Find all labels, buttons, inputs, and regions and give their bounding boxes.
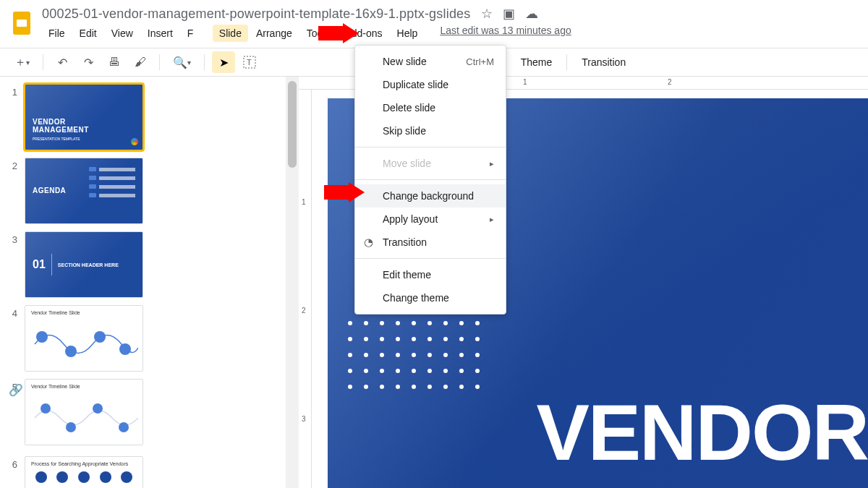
print-button[interactable]: 🖶 bbox=[103, 51, 126, 73]
annotation-arrow-slide-menu bbox=[318, 23, 359, 43]
thumb-number: 1 bbox=[7, 84, 25, 98]
cloud-status-icon[interactable]: ☁ bbox=[525, 6, 538, 22]
menu-skip-slide[interactable]: Skip slide bbox=[355, 119, 506, 142]
redo-button[interactable]: ↷ bbox=[77, 51, 100, 73]
menu-duplicate-slide[interactable]: Duplicate slide bbox=[355, 73, 506, 96]
new-slide-button[interactable]: ＋ ▾ bbox=[9, 51, 35, 73]
menu-change-theme[interactable]: Change theme bbox=[355, 286, 506, 309]
menu-arrange[interactable]: Arrange bbox=[250, 25, 299, 42]
svg-point-7 bbox=[119, 343, 131, 355]
header: 00025-01-vendor-management-powerpoint-te… bbox=[0, 0, 868, 42]
menu-edit-theme[interactable]: Edit theme bbox=[355, 263, 506, 286]
zoom-button[interactable]: 🔍 ▾ bbox=[167, 51, 197, 73]
thumb-subtitle: PRESENTATION TEMPLATE bbox=[33, 137, 80, 141]
timeline-graphic bbox=[31, 326, 138, 362]
menu-file[interactable]: File bbox=[42, 25, 72, 42]
svg-point-10 bbox=[93, 403, 103, 414]
thumb-number: 3 bbox=[7, 231, 25, 245]
menu-new-slide[interactable]: New slideCtrl+M bbox=[355, 50, 506, 73]
paint-format-button[interactable]: 🖌 bbox=[129, 51, 152, 73]
svg-point-5 bbox=[65, 346, 77, 357]
process-graphic bbox=[25, 471, 142, 483]
svg-point-4 bbox=[36, 331, 48, 343]
svg-rect-1 bbox=[17, 20, 27, 27]
slides-logo[interactable] bbox=[7, 9, 36, 38]
filmstrip: 1 VENDOR MANAGEMENT PRESENTATION TEMPLAT… bbox=[0, 77, 286, 488]
svg-marker-13 bbox=[324, 182, 365, 202]
slide-title: VENDOR bbox=[536, 386, 868, 478]
svg-point-8 bbox=[41, 403, 51, 414]
undo-button[interactable]: ↶ bbox=[51, 51, 74, 73]
menu-transition[interactable]: ◔ Transition bbox=[355, 231, 506, 254]
thumb-label: Vendor Timeline Slide bbox=[31, 310, 80, 315]
slide-menu-dropdown: New slideCtrl+M Duplicate slide Delete s… bbox=[354, 45, 506, 314]
section-header: SECTION HEADER HERE bbox=[58, 262, 119, 267]
select-tool-button[interactable]: ➤ bbox=[212, 51, 235, 73]
thumb-label: Vendor Timeline Slide bbox=[31, 384, 80, 389]
svg-marker-12 bbox=[318, 23, 359, 43]
thumb-slide-1[interactable]: VENDOR MANAGEMENT PRESENTATION TEMPLATE bbox=[25, 84, 143, 150]
menu-delete-slide[interactable]: Delete slide bbox=[355, 96, 506, 119]
move-icon[interactable]: ▣ bbox=[503, 6, 515, 22]
timeline-graphic bbox=[31, 400, 138, 436]
thumb-slide-2[interactable]: AGENDA bbox=[25, 158, 143, 224]
thumb-slide-3[interactable]: 01 SECTION HEADER HERE bbox=[25, 231, 143, 298]
scrollbar-thumb[interactable] bbox=[288, 81, 297, 168]
thumb-label: Process for Searching Appropriate Vendor… bbox=[31, 461, 128, 466]
menu-help[interactable]: Help bbox=[391, 25, 425, 42]
thumb-number: 4 bbox=[7, 305, 25, 319]
star-icon[interactable]: ☆ bbox=[481, 6, 493, 22]
svg-text:T: T bbox=[247, 58, 252, 67]
filmstrip-scrollbar[interactable] bbox=[286, 77, 299, 488]
menu-bar: File Edit View Insert FFormat Slide Arra… bbox=[42, 25, 868, 42]
menu-apply-layout[interactable]: Apply layout▸ bbox=[355, 207, 506, 231]
thumb-agenda bbox=[89, 167, 135, 202]
last-edit-link[interactable]: Last edit was 13 minutes ago bbox=[440, 25, 571, 42]
thumb-number: 6 bbox=[7, 456, 25, 470]
transition-button[interactable]: Transition bbox=[574, 56, 633, 68]
dot-grid-decoration bbox=[342, 315, 485, 395]
thumb-title: AGENDA bbox=[33, 187, 66, 194]
svg-point-9 bbox=[66, 422, 76, 432]
menu-insert[interactable]: Insert bbox=[141, 25, 179, 42]
thumb-title: VENDOR MANAGEMENT bbox=[33, 118, 89, 134]
theme-button[interactable]: Theme bbox=[514, 56, 560, 68]
thumb-number: 2 bbox=[7, 158, 25, 171]
annotation-arrow-change-bg bbox=[324, 182, 365, 202]
svg-point-6 bbox=[94, 331, 106, 343]
menu-edit[interactable]: Edit bbox=[73, 25, 103, 42]
svg-point-11 bbox=[119, 422, 129, 432]
thumb-slide-5[interactable]: Vendor Timeline Slide bbox=[25, 379, 143, 445]
transition-icon: ◔ bbox=[364, 236, 373, 249]
menu-format[interactable]: FFormat bbox=[181, 25, 211, 42]
textbox-tool-button[interactable]: T bbox=[238, 51, 261, 73]
thumb-slide-4[interactable]: Vendor Timeline Slide bbox=[25, 305, 143, 372]
section-number: 01 bbox=[33, 258, 46, 271]
menu-move-slide: Move slide▸ bbox=[355, 152, 506, 175]
menu-change-background[interactable]: Change background bbox=[355, 184, 506, 207]
thumb-logo-icon bbox=[131, 138, 138, 145]
menu-view[interactable]: View bbox=[105, 25, 140, 42]
thumb-slide-6[interactable]: Process for Searching Appropriate Vendor… bbox=[25, 456, 143, 488]
link-icon: 🔗 bbox=[9, 383, 20, 397]
menu-slide[interactable]: Slide bbox=[213, 25, 248, 42]
ruler-vertical: 1 2 3 bbox=[299, 90, 312, 488]
document-title[interactable]: 00025-01-vendor-management-powerpoint-te… bbox=[42, 7, 471, 22]
